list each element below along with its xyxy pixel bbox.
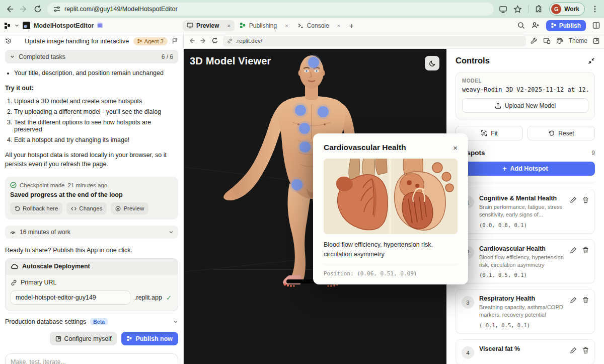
- tab-publishing[interactable]: Publishing ×: [236, 20, 292, 31]
- stop-app-button[interactable]: [97, 23, 103, 28]
- db-settings-row[interactable]: Production database settings Beta: [5, 318, 178, 325]
- modal-description: Blood flow efficiency, hypertension risk…: [324, 240, 458, 259]
- upload-new-model-button[interactable]: Upload New Model: [462, 98, 588, 113]
- composer-input[interactable]: [11, 358, 173, 364]
- close-tab-icon[interactable]: ×: [285, 23, 288, 29]
- deployment-card: Autoscale Deployment Primary URL .replit…: [5, 258, 178, 311]
- preview-back-icon[interactable]: [188, 37, 195, 44]
- browser-back-icon[interactable]: [5, 5, 14, 14]
- extensions-icon[interactable]: [535, 5, 543, 14]
- hotspot-detail-modal: Cardiovascular Health ×: [313, 133, 468, 284]
- edit-pencil-icon[interactable]: [570, 196, 577, 203]
- agent-thread-row[interactable]: Update image handling for interactive ho…: [0, 33, 183, 49]
- open-in-new-window-icon[interactable]: [593, 38, 599, 44]
- layout-panels-icon[interactable]: [592, 22, 600, 29]
- checkpoint-flag-icon[interactable]: [172, 37, 178, 45]
- hotspot-list-item[interactable]: 4 Visceral fat %: [456, 339, 595, 364]
- changes-button[interactable]: Changes: [66, 202, 107, 214]
- hotspot-dot-sternum[interactable]: [299, 123, 310, 134]
- hotspot-dot-chest-right[interactable]: [318, 106, 329, 117]
- hotspot-number-badge: 4: [462, 346, 474, 359]
- workspace-chevron-icon[interactable]: [15, 23, 19, 28]
- close-tab-icon[interactable]: ×: [337, 23, 340, 29]
- cast-icon[interactable]: [499, 5, 507, 14]
- browser-profile-pill[interactable]: G Work: [549, 3, 585, 16]
- add-hotspot-button[interactable]: + Add Hotspot: [456, 162, 595, 176]
- hotspot-number-badge: 3: [462, 296, 474, 309]
- responsive-devices-icon[interactable]: [543, 37, 551, 44]
- browser-chrome-bar: replit.com/@guy149/ModelHotspotEditor G …: [0, 0, 604, 18]
- preview-button[interactable]: Preview: [111, 202, 148, 214]
- publish-now-button[interactable]: Publish now: [121, 332, 178, 345]
- subdomain-input[interactable]: [11, 290, 130, 305]
- collapse-panel-icon[interactable]: [588, 57, 595, 64]
- bookmark-star-icon[interactable]: [513, 5, 522, 14]
- edit-pencil-icon[interactable]: [570, 347, 577, 354]
- browser-reload-icon[interactable]: [33, 5, 42, 14]
- search-icon[interactable]: [517, 22, 525, 29]
- reset-icon: [548, 130, 555, 136]
- preview-url-bar[interactable]: .replit.dev/: [223, 36, 526, 46]
- browser-menu-icon[interactable]: [591, 5, 599, 13]
- history-icon[interactable]: [5, 37, 12, 45]
- new-tab-button[interactable]: +: [345, 19, 358, 32]
- browser-forward-icon[interactable]: [19, 5, 28, 14]
- preview-toolbar: .replit.dev/ Theme: [184, 33, 604, 49]
- upload-icon: [495, 102, 501, 109]
- fit-view-icon: [481, 130, 487, 136]
- delete-trash-icon[interactable]: [582, 196, 589, 203]
- hotspot-list-item[interactable]: 1 Cognitive & Mental Health Brain perfor…: [456, 189, 595, 234]
- rollback-button[interactable]: Rollback here: [10, 202, 62, 214]
- code-icon: [71, 206, 77, 211]
- hotspot-dot-chest-left[interactable]: [295, 105, 306, 116]
- tab-console[interactable]: Console ×: [293, 20, 344, 31]
- replit-logo-icon[interactable]: [4, 22, 11, 29]
- hotspot-list-item[interactable]: 2 Cardiovascular Health Blood flow effic…: [456, 239, 595, 284]
- model-label: MODEL: [462, 78, 588, 84]
- bullet-item: Your title, description, and position re…: [14, 69, 178, 77]
- delete-trash-icon[interactable]: [582, 297, 589, 304]
- configure-myself-button[interactable]: Configure myself: [50, 332, 117, 345]
- close-icon[interactable]: ×: [453, 144, 458, 152]
- thread-title: Update image handling for interactive ho…: [25, 38, 129, 45]
- edit-pencil-icon[interactable]: [570, 247, 577, 254]
- hotspot-dot-abdomen[interactable]: [299, 141, 311, 153]
- preview-forward-icon[interactable]: [200, 37, 207, 44]
- agent-panel: Update image handling for interactive ho…: [0, 33, 184, 364]
- browser-url-bar[interactable]: replit.com/@guy149/ModelHotspotEditor: [47, 3, 494, 16]
- hotspot-title: Visceral fat %: [479, 345, 565, 352]
- modal-title: Cardiovascular Health: [324, 143, 406, 152]
- preview-reload-icon[interactable]: [211, 37, 218, 44]
- beta-badge: Beta: [90, 318, 108, 325]
- controls-title: Controls: [456, 56, 490, 65]
- edit-pencil-icon[interactable]: [570, 297, 577, 304]
- hotspot-list-item[interactable]: 3 Respiratory Health Breathing capacity,…: [456, 289, 595, 334]
- viewer-title: 3D Model Viewer: [190, 55, 271, 67]
- devtools-wrench-icon[interactable]: [531, 37, 538, 44]
- step-item: Test the different options to see how ho…: [14, 119, 178, 133]
- invite-user-icon[interactable]: [532, 22, 540, 29]
- delete-trash-icon[interactable]: [582, 247, 589, 254]
- hotspot-description: Brain performance, fatigue, stress sensi…: [479, 203, 565, 219]
- hotspot-description: Breathing capacity, asthma/COPD markers,…: [479, 304, 565, 319]
- publish-button[interactable]: Publish: [546, 20, 586, 31]
- hotspot-dot-hip[interactable]: [291, 179, 303, 190]
- hotspot-title: Respiratory Health: [479, 295, 565, 302]
- list-divider: [456, 183, 595, 183]
- dark-mode-toggle-button[interactable]: [425, 56, 439, 70]
- reset-button[interactable]: Reset: [527, 126, 595, 140]
- modal-divider: [324, 265, 458, 265]
- domain-suffix: .replit.app: [134, 294, 162, 301]
- completed-tasks-header[interactable]: Completed tasks 6 / 6: [5, 50, 178, 63]
- close-tab-icon[interactable]: ×: [227, 23, 230, 29]
- work-summary-bar[interactable]: 16 minutes of work: [5, 226, 178, 239]
- agent-version-badge: Agent 3: [133, 37, 168, 45]
- theme-palette-icon[interactable]: [556, 37, 563, 44]
- theme-label[interactable]: Theme: [569, 37, 587, 44]
- delete-trash-icon[interactable]: [582, 347, 589, 354]
- primary-url-label: Primary URL: [21, 279, 57, 286]
- site-settings-icon[interactable]: [53, 6, 60, 13]
- hotspot-dot-head[interactable]: [308, 57, 319, 68]
- checkpoint-label: Checkpoint made: [20, 182, 65, 188]
- tab-preview[interactable]: Preview ×: [183, 20, 235, 31]
